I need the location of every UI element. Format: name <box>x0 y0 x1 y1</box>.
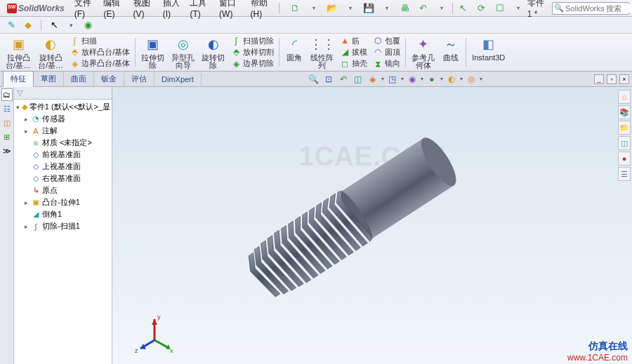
tree-cutsweep1[interactable]: ▸ ∫ 切除-扫描1 <box>14 220 112 232</box>
zoom-area-button[interactable]: ⊡ <box>322 73 335 86</box>
hole-wizard-button[interactable]: ◎ 异型孔 向导 <box>169 35 197 69</box>
sweep-cut-button[interactable]: ∫扫描切除 <box>231 35 274 46</box>
edit-appearance-button[interactable]: ● <box>426 73 438 86</box>
configuration-manager-tab[interactable]: ◫ <box>1 116 13 129</box>
restore-button[interactable]: ▫ <box>607 74 617 84</box>
curves-button[interactable]: ～ 曲线 <box>439 35 463 69</box>
menu-tools[interactable]: 工具(T) <box>185 0 213 20</box>
menu-edit[interactable]: 编辑(E) <box>99 0 127 20</box>
dropdown-icon[interactable]: ▾ <box>64 18 78 32</box>
dimxpert-manager-tab[interactable]: ⊞ <box>1 130 13 143</box>
dropdown-icon[interactable]: ▾ <box>440 76 443 82</box>
hide-show-button[interactable]: ◉ <box>406 73 419 86</box>
tree-sensors[interactable]: ▸ ◔ 传感器 <box>14 113 112 125</box>
property-manager-tab[interactable]: ☷ <box>1 102 13 115</box>
file-explorer-tab[interactable]: 📁 <box>618 121 631 135</box>
zoom-fit-button[interactable]: 🔍 <box>308 73 320 86</box>
dropdown-icon[interactable]: ▾ <box>480 76 482 82</box>
revolve-cut-button[interactable]: ◐ 旋转切 除 <box>199 35 228 69</box>
boundary-button[interactable]: ◈边界凸台/基体 <box>70 58 130 69</box>
menu-view[interactable]: 视图(V) <box>129 0 157 20</box>
tab-sheetmetal[interactable]: 钣金 <box>94 72 124 86</box>
tree-root[interactable]: ▾ ◆ 零件1 (默认<<默认>_显 <box>14 101 112 113</box>
display-manager-tab[interactable]: ≫ <box>1 144 13 157</box>
sketch-tool-icon[interactable]: ✎ <box>4 18 18 32</box>
dropdown-icon[interactable]: ▾ <box>379 1 395 15</box>
reference-geometry-button[interactable]: ✦ 参考几 何体 <box>409 35 437 69</box>
apply-scene-button[interactable]: ◐ <box>445 73 458 86</box>
tab-evaluate[interactable]: 评估 <box>124 72 154 86</box>
new-button[interactable]: 🗋 <box>288 1 303 15</box>
previous-view-button[interactable]: ↶ <box>337 73 350 86</box>
loft-cut-button[interactable]: ⬘放样切割 <box>231 46 274 58</box>
close-button[interactable]: × <box>619 74 629 84</box>
search-input[interactable] <box>564 4 632 13</box>
tab-dimxpert[interactable]: DimXpert <box>154 73 202 86</box>
display-style-button[interactable]: ◳ <box>386 73 399 86</box>
tree-chamfer1[interactable]: ◢ 倒角1 <box>14 208 112 220</box>
tree-top-plane[interactable]: ◇ 上视基准面 <box>14 161 112 173</box>
tree-origin[interactable]: ↳ 原点 <box>14 184 112 196</box>
view-orientation-button[interactable]: ◈ <box>367 73 379 86</box>
rebuild-button[interactable]: ⟳ <box>474 1 489 15</box>
mirror-button[interactable]: ⧗镜向 <box>373 58 400 69</box>
dropdown-icon[interactable]: ▾ <box>421 76 423 82</box>
extrude-boss-button[interactable]: ▣ 拉伸凸 台/基… <box>3 35 34 69</box>
graphics-viewport[interactable]: 1CAE.COM <box>112 87 632 364</box>
open-button[interactable]: 📂 <box>324 1 340 15</box>
sweep-button[interactable]: ∫扫描 <box>70 35 130 46</box>
tree-front-plane[interactable]: ◇ 前视基准面 <box>14 149 112 161</box>
select-button[interactable]: ↖ <box>456 1 471 15</box>
tree-material[interactable]: ≡ 材质 <未指定> <box>14 137 112 149</box>
appearances-tab[interactable]: ● <box>618 151 631 166</box>
print-button[interactable]: 🖶 <box>397 1 413 15</box>
resources-tab[interactable]: ⌂ <box>618 90 631 104</box>
instant3d-button[interactable]: ◧ Instant3D <box>469 35 508 69</box>
revolve-boss-button[interactable]: ◐ 旋转凸 台/基… <box>35 35 66 69</box>
dropdown-icon[interactable]: ▾ <box>460 76 463 82</box>
save-button[interactable]: 💾 <box>361 1 376 15</box>
expand-icon[interactable]: ▸ <box>22 116 29 123</box>
dropdown-icon[interactable]: ▾ <box>434 1 449 15</box>
collapse-icon[interactable]: ▾ <box>15 104 20 111</box>
menu-window[interactable]: 窗口(W) <box>215 0 244 20</box>
dropdown-icon[interactable]: ▾ <box>343 1 358 15</box>
tab-sketch[interactable]: 草图 <box>34 72 64 86</box>
dome-button[interactable]: ◠圆顶 <box>373 46 400 58</box>
feature-tool-icon[interactable]: ◆ <box>21 18 35 32</box>
dropdown-icon[interactable]: ▾ <box>306 1 322 15</box>
search-box[interactable]: 🔍 <box>552 2 629 15</box>
tree-right-plane[interactable]: ◇ 右视基准面 <box>14 173 112 184</box>
feature-manager-tab[interactable]: 🗂 <box>1 88 13 101</box>
expand-icon[interactable]: ▸ <box>22 128 29 135</box>
tab-surface[interactable]: 曲面 <box>64 72 94 86</box>
tree-extrude1[interactable]: ▸ ▣ 凸台-拉伸1 <box>14 196 112 208</box>
custom-props-tab[interactable]: ☰ <box>618 167 631 181</box>
dropdown-icon[interactable]: ▾ <box>511 1 526 15</box>
view-setting-button[interactable]: ◎ <box>465 73 478 86</box>
expand-icon[interactable]: ▸ <box>22 199 29 206</box>
orientation-triad[interactable]: y x z <box>133 312 176 357</box>
extrude-cut-button[interactable]: ▣ 拉伸切 除 <box>138 35 167 69</box>
dropdown-icon[interactable]: ▾ <box>401 76 404 82</box>
undo-button[interactable]: ↶ <box>416 1 431 15</box>
tree-annotations[interactable]: ▸ A 注解 <box>14 125 112 137</box>
minimize-button[interactable]: _ <box>594 74 604 84</box>
section-view-button[interactable]: ◫ <box>352 73 364 86</box>
dropdown-icon[interactable]: ▾ <box>381 76 384 82</box>
options-button[interactable]: ☐ <box>492 1 508 15</box>
design-library-tab[interactable]: 📚 <box>618 105 631 119</box>
loft-button[interactable]: ⬘放样凸台/基体 <box>70 46 130 58</box>
select-tool-icon[interactable]: ↖ <box>47 18 61 32</box>
rebuild-icon[interactable]: ◉ <box>81 18 95 32</box>
view-palette-tab[interactable]: ◫ <box>618 136 631 150</box>
shell-button[interactable]: ◻抽壳 <box>340 58 367 69</box>
linear-pattern-button[interactable]: ⋮⋮ 线性阵 列 <box>308 35 336 69</box>
wrap-button[interactable]: ⬡包覆 <box>373 35 400 46</box>
menu-help[interactable]: 帮助(H) <box>246 0 275 20</box>
filter-icon[interactable]: ▽ <box>17 88 22 97</box>
tab-features[interactable]: 特征 <box>3 71 34 87</box>
expand-icon[interactable]: ▸ <box>22 223 29 230</box>
boundary-cut-button[interactable]: ◈边界切除 <box>231 58 274 69</box>
menu-insert[interactable]: 插入(I) <box>159 0 185 20</box>
